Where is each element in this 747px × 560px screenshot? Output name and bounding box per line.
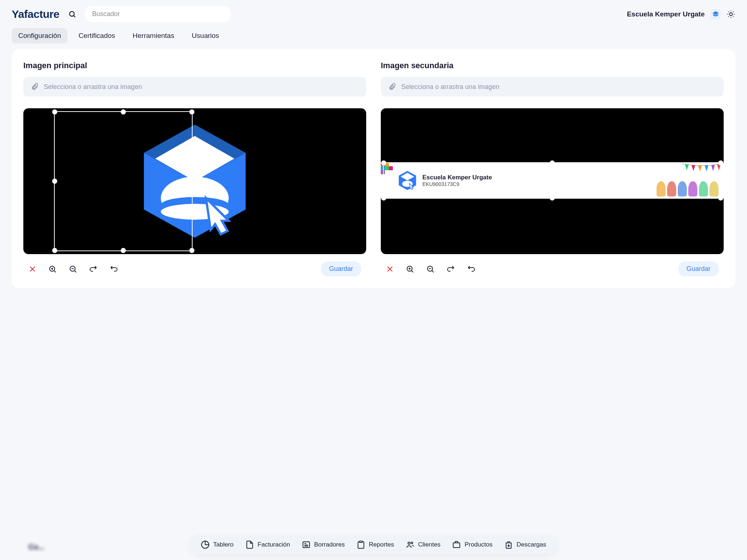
svg-line-48 bbox=[432, 271, 434, 272]
secondary-image-section: Imagen secundaria Selecciona o arrastra … bbox=[381, 61, 724, 276]
primary-dropzone-text: Selecciona o arrastra una imagen bbox=[44, 83, 142, 91]
crop-handle[interactable] bbox=[381, 195, 386, 201]
crop-handle[interactable] bbox=[550, 195, 555, 201]
search-input[interactable] bbox=[85, 6, 231, 22]
paperclip-icon bbox=[31, 83, 39, 91]
secondary-image-preview[interactable]: Escuela Kemper Urgate EKU9003173C9 bbox=[381, 108, 724, 254]
svg-line-20 bbox=[54, 271, 56, 272]
secondary-image-title: Imagen secundaria bbox=[381, 61, 724, 70]
crop-handle[interactable] bbox=[121, 248, 126, 253]
primary-image-title: Imagen principal bbox=[23, 61, 366, 70]
redo-icon[interactable] bbox=[446, 265, 455, 273]
secondary-dropzone-text: Selecciona o arrastra una imagen bbox=[401, 83, 499, 91]
zoom-in-icon[interactable] bbox=[48, 265, 57, 273]
primary-save-button[interactable]: Guardar bbox=[321, 261, 361, 276]
crop-selection[interactable] bbox=[54, 111, 193, 251]
org-avatar-icon[interactable] bbox=[711, 9, 721, 19]
primary-image-dropzone[interactable]: Selecciona o arrastra una imagen bbox=[23, 77, 366, 97]
tab-configuracion[interactable]: Configuración bbox=[12, 28, 67, 43]
org-name: Escuela Kemper Urgate bbox=[627, 10, 705, 18]
crop-handle[interactable] bbox=[381, 160, 386, 166]
crop-handle[interactable] bbox=[189, 248, 194, 253]
paperclip-icon bbox=[388, 83, 396, 91]
svg-line-9 bbox=[728, 16, 729, 16]
zoom-out-icon[interactable] bbox=[426, 265, 435, 273]
crop-handle[interactable] bbox=[189, 179, 194, 184]
crop-handle[interactable] bbox=[121, 109, 126, 114]
tab-herramientas[interactable]: Herramientas bbox=[126, 28, 181, 43]
delete-icon[interactable] bbox=[386, 265, 394, 273]
top-tabs: Configuración Certificados Herramientas … bbox=[0, 28, 747, 49]
svg-line-6 bbox=[733, 16, 734, 16]
crop-handle[interactable] bbox=[52, 179, 57, 184]
svg-line-5 bbox=[728, 11, 729, 12]
secondary-save-button[interactable]: Guardar bbox=[678, 261, 719, 276]
zoom-out-icon[interactable] bbox=[69, 265, 77, 273]
svg-line-24 bbox=[74, 271, 76, 272]
primary-image-section: Imagen principal Selecciona o arrastra u… bbox=[23, 61, 366, 276]
theme-toggle-icon[interactable] bbox=[727, 10, 735, 19]
crop-handle[interactable] bbox=[381, 178, 386, 183]
crop-handle[interactable] bbox=[718, 160, 723, 166]
tab-usuarios[interactable]: Usuarios bbox=[185, 28, 226, 43]
crop-handle[interactable] bbox=[189, 109, 194, 114]
svg-point-0 bbox=[69, 11, 74, 16]
crop-handle[interactable] bbox=[52, 248, 57, 253]
svg-line-1 bbox=[73, 15, 75, 17]
redo-icon[interactable] bbox=[89, 265, 98, 273]
search-icon[interactable] bbox=[68, 10, 76, 18]
crop-handle[interactable] bbox=[550, 160, 555, 166]
crop-handle[interactable] bbox=[52, 109, 57, 114]
svg-line-10 bbox=[733, 11, 734, 12]
svg-point-2 bbox=[729, 13, 732, 16]
undo-icon[interactable] bbox=[109, 265, 118, 273]
secondary-image-dropzone[interactable]: Selecciona o arrastra una imagen bbox=[381, 77, 724, 97]
svg-line-44 bbox=[411, 271, 413, 272]
crop-handle[interactable] bbox=[718, 178, 723, 183]
crop-handle[interactable] bbox=[718, 195, 723, 201]
zoom-in-icon[interactable] bbox=[406, 265, 414, 273]
tab-certificados[interactable]: Certificados bbox=[72, 28, 121, 43]
undo-icon[interactable] bbox=[467, 265, 476, 273]
primary-image-preview[interactable] bbox=[23, 108, 366, 254]
crop-selection[interactable] bbox=[383, 162, 721, 199]
brand-logo[interactable]: Yafacture bbox=[12, 8, 59, 20]
delete-icon[interactable] bbox=[28, 265, 36, 273]
